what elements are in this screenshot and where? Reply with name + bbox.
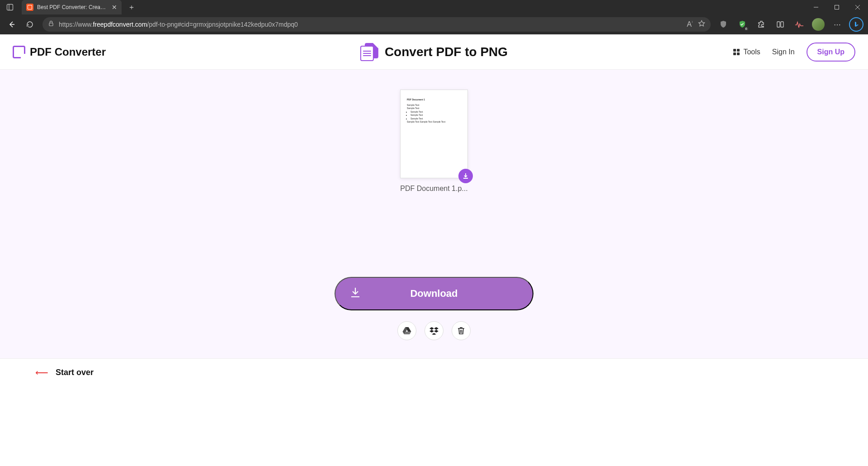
split-screen-icon[interactable] — [772, 16, 788, 33]
start-over-link[interactable]: ⟵ Start over — [35, 367, 94, 378]
site-header: PDF Converter Convert PDF to PNG Tools S… — [0, 34, 868, 70]
vertical-tabs-button[interactable] — [0, 0, 20, 14]
footer-bar: ⟵ Start over — [0, 359, 868, 386]
page-title-block: Convert PDF to PNG — [360, 43, 508, 61]
signup-button[interactable]: Sign Up — [807, 43, 855, 62]
grid-icon — [733, 49, 740, 55]
thumbnail-download-button[interactable] — [458, 169, 473, 183]
preview-footer: Sample Text Sample Text Sample Text — [407, 120, 461, 124]
svg-rect-9 — [781, 22, 783, 27]
arrow-left-icon: ⟵ — [35, 367, 48, 378]
refresh-button[interactable] — [22, 16, 38, 33]
google-drive-icon — [402, 327, 411, 335]
dropbox-button[interactable] — [425, 321, 443, 340]
page-title: Convert PDF to PNG — [385, 45, 508, 59]
result-item: PDF Document 1 Sample Text Sample Text S… — [400, 90, 468, 193]
thumbnail-preview: PDF Document 1 Sample Text Sample Text S… — [407, 98, 461, 124]
preview-bullet: Sample Text — [410, 114, 461, 117]
svg-rect-3 — [835, 5, 839, 10]
lock-icon — [48, 20, 54, 29]
url-prefix: https://www. — [59, 21, 93, 28]
tab-favicon — [26, 4, 33, 11]
trash-icon — [458, 327, 465, 335]
more-menu-icon[interactable]: ⋯ — [829, 16, 845, 33]
titlebar-left: Best PDF Converter: Create, Conv ✕ ＋ — [0, 0, 139, 14]
preview-title: PDF Document 1 — [407, 98, 461, 102]
signin-link[interactable]: Sign In — [772, 48, 795, 56]
minimize-button[interactable] — [806, 0, 826, 14]
preview-line: Sample Text — [407, 107, 461, 110]
security-shield-icon[interactable]: 6 — [734, 16, 750, 33]
url-domain: freepdfconvert.com — [93, 21, 147, 28]
convert-icon — [360, 43, 378, 61]
shield-icon[interactable] — [715, 16, 731, 33]
result-area: PDF Document 1 Sample Text Sample Text S… — [0, 70, 868, 359]
svg-rect-8 — [777, 22, 780, 27]
logo-text: PDF Converter — [30, 46, 106, 58]
close-window-button[interactable] — [847, 0, 868, 14]
tab-close-button[interactable]: ✕ — [112, 4, 117, 11]
back-button[interactable] — [4, 16, 20, 33]
download-label: Download — [410, 288, 458, 300]
window-controls — [806, 0, 868, 14]
browser-titlebar: Best PDF Converter: Create, Conv ✕ ＋ — [0, 0, 868, 14]
svg-rect-0 — [7, 5, 13, 10]
svg-rect-7 — [49, 23, 53, 26]
result-thumbnail[interactable]: PDF Document 1 Sample Text Sample Text S… — [400, 90, 468, 178]
performance-icon[interactable] — [791, 16, 807, 33]
page-content: PDF Converter Convert PDF to PNG Tools S… — [0, 34, 868, 466]
logo-mark-icon — [13, 46, 25, 58]
url-bar-actions: A⁾ — [687, 20, 705, 29]
extension-area: 6 ⋯ — [715, 16, 864, 33]
download-icon — [349, 286, 362, 301]
result-filename: PDF Document 1.p... — [400, 185, 467, 193]
site-logo[interactable]: PDF Converter — [13, 46, 106, 58]
download-button[interactable]: Download — [335, 277, 533, 310]
url-path: /pdf-to-png#cid=grmxjpnsjotpnike142kedpu… — [147, 21, 298, 28]
start-over-label: Start over — [56, 368, 94, 377]
tools-menu[interactable]: Tools — [733, 48, 760, 56]
read-aloud-icon[interactable]: A⁾ — [687, 20, 693, 29]
new-tab-button[interactable]: ＋ — [124, 0, 139, 14]
browser-tab[interactable]: Best PDF Converter: Create, Conv ✕ — [22, 0, 122, 14]
extensions-icon[interactable] — [753, 16, 769, 33]
favorite-icon[interactable] — [698, 20, 705, 29]
secondary-actions — [397, 321, 471, 340]
bing-chat-icon[interactable] — [848, 16, 864, 33]
preview-bullet: Sample Text — [410, 110, 461, 114]
dropbox-icon — [429, 327, 439, 335]
tools-label: Tools — [743, 48, 760, 56]
profile-avatar[interactable] — [810, 16, 826, 33]
security-badge-count: 6 — [744, 27, 749, 31]
google-drive-button[interactable] — [397, 321, 416, 340]
preview-bullet: Sample Text — [410, 117, 461, 121]
tab-title: Best PDF Converter: Create, Conv — [37, 4, 107, 10]
header-actions: Tools Sign In Sign Up — [733, 43, 855, 62]
maximize-button[interactable] — [826, 0, 847, 14]
preview-line: Sample Text — [407, 104, 461, 107]
browser-toolbar: https://www.freepdfconvert.com/pdf-to-pn… — [0, 14, 868, 34]
delete-button[interactable] — [452, 321, 471, 340]
address-bar[interactable]: https://www.freepdfconvert.com/pdf-to-pn… — [42, 17, 711, 32]
url-text: https://www.freepdfconvert.com/pdf-to-pn… — [59, 21, 687, 28]
